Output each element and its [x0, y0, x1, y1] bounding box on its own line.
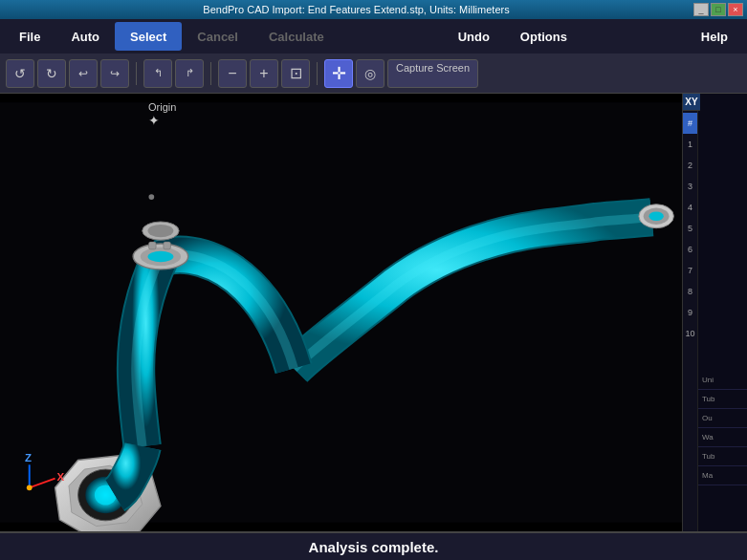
clamp-tube-inner: [147, 251, 173, 263]
fit-button[interactable]: ⊡: [281, 59, 310, 88]
forward-button[interactable]: ↪: [100, 59, 129, 88]
separator-3: [317, 62, 318, 85]
menu-cancel[interactable]: Cancel: [182, 22, 253, 51]
rotate-left-button[interactable]: ↰: [143, 59, 172, 88]
xy-badge: XY: [683, 94, 700, 111]
separator-1: [136, 62, 137, 85]
clamp-bolt-left: [148, 242, 156, 249]
menu-auto[interactable]: Auto: [55, 22, 115, 51]
svg-text:X: X: [56, 471, 64, 483]
tube-end-opening: [648, 211, 663, 221]
row-8[interactable]: 8: [683, 281, 697, 302]
redo-button[interactable]: ↻: [37, 59, 66, 88]
property-labels: Uni Tub Ou Wa Tub Ma: [698, 111, 747, 531]
row-4[interactable]: 4: [683, 197, 697, 218]
main-area: Origin ✦: [0, 94, 747, 531]
origin-marker: [148, 194, 154, 200]
origin-label: Origin ✦: [148, 101, 176, 128]
minimize-button[interactable]: _: [693, 3, 709, 16]
rotate-right-button[interactable]: ↱: [175, 59, 204, 88]
center-button[interactable]: ✛: [324, 59, 353, 88]
zoom-out-button[interactable]: −: [218, 59, 247, 88]
prop-tub2: Tub: [698, 447, 747, 466]
menu-undo[interactable]: Undo: [443, 22, 505, 51]
svg-point-5: [27, 485, 33, 490]
capture-screen-button[interactable]: Capture Screen: [387, 59, 478, 88]
svg-text:Z: Z: [25, 452, 32, 463]
row-number-panel: # 1 2 3 4 5 6 7 8 9 10: [683, 111, 698, 531]
undo-button[interactable]: ↺: [6, 59, 34, 88]
prop-uni: Uni: [698, 371, 747, 390]
row-7[interactable]: 7: [683, 260, 697, 281]
prop-wa: Wa: [698, 428, 747, 447]
prop-tub1: Tub: [698, 390, 747, 409]
back-button[interactable]: ↩: [69, 59, 98, 88]
row-hash: #: [683, 113, 697, 134]
toolbar: ↺ ↻ ↩ ↪ ↰ ↱ − + ⊡ ✛ ◎ Capture Screen: [0, 54, 747, 94]
row-3[interactable]: 3: [683, 176, 697, 197]
status-text: Analysis complete.: [309, 539, 439, 555]
menu-file[interactable]: File: [4, 22, 55, 51]
right-side-panel: XY # 1 2 3 4 5 6 7 8 9 10 Uni Tub Ou Wa: [682, 94, 747, 531]
close-button[interactable]: ×: [728, 3, 743, 16]
row-5[interactable]: 5: [683, 218, 697, 239]
row-2[interactable]: 2: [683, 155, 697, 176]
menu-bar: File Auto Select Cancel Calculate Undo O…: [0, 19, 747, 54]
separator-2: [210, 62, 211, 85]
viewport-svg: Z X: [0, 94, 682, 531]
row-numbers-container: # 1 2 3 4 5 6 7 8 9 10 Uni Tub Ou Wa Tub…: [683, 111, 747, 531]
zoom-in-button[interactable]: +: [250, 59, 278, 88]
row-10[interactable]: 10: [683, 323, 697, 344]
menu-select[interactable]: Select: [115, 22, 182, 51]
maximize-button[interactable]: □: [711, 3, 726, 16]
view-button[interactable]: ◎: [356, 59, 384, 88]
row-9[interactable]: 9: [683, 302, 697, 323]
status-bar: Analysis complete.: [0, 531, 747, 560]
row-6[interactable]: 6: [683, 239, 697, 260]
prop-ou: Ou: [698, 409, 747, 428]
clamp-bolt-right: [164, 242, 171, 249]
viewport[interactable]: Origin ✦: [0, 94, 682, 531]
top-fitting-inner: [147, 225, 173, 237]
svg-point-6: [148, 194, 154, 200]
title-bar: BendPro CAD Import: End Features Extend.…: [0, 0, 747, 19]
window-title: BendPro CAD Import: End Features Extend.…: [19, 4, 693, 15]
window-controls[interactable]: _ □ ×: [693, 3, 743, 16]
prop-ma: Ma: [698, 466, 747, 485]
menu-help[interactable]: Help: [686, 22, 743, 51]
menu-calculate[interactable]: Calculate: [253, 22, 340, 51]
row-1[interactable]: 1: [683, 134, 697, 155]
menu-options[interactable]: Options: [505, 22, 582, 51]
